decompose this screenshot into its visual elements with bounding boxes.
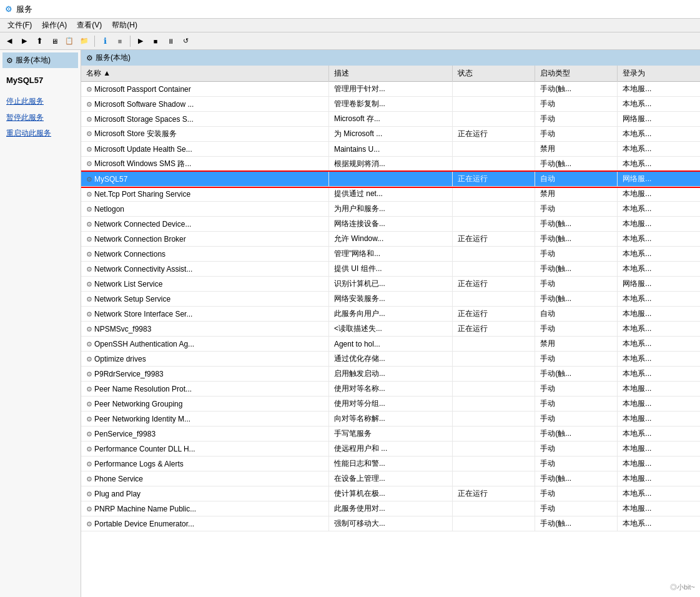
table-row[interactable]: ⚙Network Connections管理"网络和...手动本地系... (81, 247, 700, 262)
service-desc-cell: 使用对等分组... (328, 397, 452, 412)
gear-icon: ⚙ (86, 146, 92, 153)
service-name-cell: ⚙Network Connected Device... (81, 217, 328, 232)
table-row[interactable]: ⚙Netlogon为用户和服务...手动本地系... (81, 202, 700, 217)
gear-icon: ⚙ (86, 460, 92, 468)
action-restart[interactable]: 重启动此服务 (2, 126, 78, 142)
action-pause[interactable]: 暂停此服务 (2, 110, 78, 126)
toolbar-pause[interactable]: ⏸ (164, 34, 177, 48)
table-row[interactable]: ⚙Microsoft Storage Spaces S...Microsoft … (81, 112, 700, 127)
table-row[interactable]: ⚙Microsoft Update Health Se...Maintains … (81, 142, 700, 157)
toolbar-restart[interactable]: ↺ (179, 34, 192, 48)
col-status-header[interactable]: 状态 (453, 66, 535, 82)
table-row[interactable]: ⚙PenService_f9983手写笔服务手动(触...本地系... (81, 427, 700, 442)
table-row[interactable]: ⚙Microsoft Passport Container管理用于针对...手动… (81, 82, 700, 97)
col-name-header[interactable]: 名称 ▲ (81, 66, 328, 82)
table-row[interactable]: ⚙Portable Device Enumerator...强制可移动大...手… (81, 516, 700, 531)
table-row[interactable]: ⚙Performance Counter DLL H...使远程用户和 ...手… (81, 442, 700, 456)
service-status-cell: 正在运行 (453, 232, 535, 247)
table-row[interactable]: ⚙Plug and Play使计算机在极...正在运行手动本地系... (81, 486, 700, 501)
table-row[interactable]: ⚙NPSMSvc_f9983<读取描述失...正在运行手动本地系... (81, 322, 700, 337)
table-row[interactable]: ⚙MySQL57正在运行自动网络服... (81, 172, 700, 187)
service-name-cell: ⚙Phone Service (81, 471, 328, 486)
service-name-cell: ⚙Microsoft Storage Spaces S... (81, 112, 328, 127)
toolbar-btn1[interactable]: 🖥 (47, 34, 61, 48)
toolbar-forward[interactable]: ▶ (17, 34, 31, 48)
table-row[interactable]: ⚙Optimize drives通过优化存储...手动本地系... (81, 352, 700, 367)
left-gear-icon: ⚙ (6, 56, 13, 65)
service-login-cell: 网络服... (618, 112, 700, 127)
table-row[interactable]: ⚙Microsoft Software Shadow ...管理卷影复制...手… (81, 97, 700, 112)
service-name-cell: ⚙MySQL57 (81, 172, 328, 187)
gear-icon: ⚙ (86, 116, 92, 123)
toolbar-play[interactable]: ▶ (134, 34, 147, 48)
service-starttype-cell: 手动(触... (535, 217, 618, 232)
table-row[interactable]: ⚙Peer Networking Grouping使用对等分组...手动本地服.… (81, 397, 700, 412)
service-name-cell: ⚙PNRP Machine Name Public... (81, 501, 328, 516)
service-login-cell: 本地服... (618, 471, 700, 486)
menu-action[interactable]: 操作(A) (37, 19, 72, 32)
service-starttype-cell: 禁用 (535, 142, 618, 157)
toolbar-back[interactable]: ◀ (2, 34, 16, 48)
table-container[interactable]: 名称 ▲ 描述 状态 启动类型 登录为 ⚙Microsoft Passport … (81, 66, 700, 597)
table-header-row: 名称 ▲ 描述 状态 启动类型 登录为 (81, 66, 700, 82)
table-row[interactable]: ⚙Microsoft Windows SMS 路...根据规则将消...手动(触… (81, 157, 700, 172)
table-row[interactable]: ⚙P9RdrService_f9983启用触发启动...手动(触...本地系..… (81, 367, 700, 382)
menu-help[interactable]: 帮助(H) (107, 19, 142, 32)
action-stop[interactable]: 停止此服务 (2, 94, 78, 110)
col-desc-header[interactable]: 描述 (328, 66, 452, 82)
toolbar-up[interactable]: ⬆ (32, 34, 46, 48)
service-status-cell: 正在运行 (453, 322, 535, 337)
table-row[interactable]: ⚙Net.Tcp Port Sharing Service提供通过 net...… (81, 187, 700, 202)
service-name-cell: ⚙Net.Tcp Port Sharing Service (81, 187, 328, 202)
table-row[interactable]: ⚙Microsoft Store 安装服务为 Microsoft ...正在运行… (81, 127, 700, 142)
service-starttype-cell: 手动 (535, 501, 618, 516)
gear-icon: ⚙ (86, 130, 92, 137)
service-desc-cell: 强制可移动大... (328, 516, 452, 531)
toolbar-info[interactable]: ℹ (98, 34, 112, 48)
service-starttype-cell: 手动 (535, 97, 618, 112)
gear-icon: ⚙ (86, 220, 92, 228)
table-row[interactable]: ⚙Network Store Interface Ser...此服务向用户...… (81, 307, 700, 322)
service-desc-cell: 根据规则将消... (328, 157, 452, 172)
toolbar-stop[interactable]: ■ (149, 34, 162, 48)
service-starttype-cell: 手动 (535, 277, 618, 292)
table-row[interactable]: ⚙Performance Logs & Alerts性能日志和警...手动本地服… (81, 456, 700, 471)
service-desc-cell: 识别计算机已... (328, 277, 452, 292)
service-login-cell: 本地服... (618, 442, 700, 456)
table-row[interactable]: ⚙Network Connectivity Assist...提供 UI 组件.… (81, 262, 700, 277)
gear-icon: ⚙ (86, 310, 92, 318)
service-desc-cell: 网络安装服务... (328, 292, 452, 307)
table-row[interactable]: ⚙Peer Networking Identity M...向对等名称解...手… (81, 412, 700, 427)
toolbar-btn3[interactable]: 📁 (77, 34, 91, 48)
service-starttype-cell: 手动 (535, 456, 618, 471)
table-row[interactable]: ⚙Peer Name Resolution Prot...使用对等名称...手动… (81, 382, 700, 397)
table-row[interactable]: ⚙Network Setup Service网络安装服务...手动(触...本地… (81, 292, 700, 307)
service-login-cell: 本地系... (618, 322, 700, 337)
col-login-header[interactable]: 登录为 (618, 66, 700, 82)
service-login-cell: 本地系... (618, 202, 700, 217)
service-login-cell: 网络服... (618, 172, 700, 187)
service-login-cell: 本地系... (618, 232, 700, 247)
service-starttype-cell: 手动(触... (535, 427, 618, 442)
table-row[interactable]: ⚙OpenSSH Authentication Ag...Agent to ho… (81, 337, 700, 352)
service-desc-cell: 使远程用户和 ... (328, 442, 452, 456)
table-row[interactable]: ⚙PNRP Machine Name Public...此服务使用对...手动本… (81, 501, 700, 516)
gear-icon: ⚙ (86, 505, 92, 513)
menu-file[interactable]: 文件(F) (2, 19, 37, 32)
menu-view[interactable]: 查看(V) (72, 19, 107, 32)
watermark: ◎小bit~ (670, 583, 695, 592)
service-name-cell: ⚙P9RdrService_f9983 (81, 367, 328, 382)
toolbar-list[interactable]: ≡ (113, 34, 127, 48)
service-login-cell: 本地系... (618, 262, 700, 277)
toolbar-btn2[interactable]: 📋 (62, 34, 76, 48)
service-name-cell: ⚙Peer Name Resolution Prot... (81, 382, 328, 397)
table-row[interactable]: ⚙Network Connected Device...网络连接设备...手动(… (81, 217, 700, 232)
service-desc-cell: 此服务向用户... (328, 307, 452, 322)
table-row[interactable]: ⚙Network List Service识别计算机已...正在运行手动网络服.… (81, 277, 700, 292)
service-name-cell: ⚙Performance Counter DLL H... (81, 442, 328, 456)
table-row[interactable]: ⚙Network Connection Broker允许 Window...正在… (81, 232, 700, 247)
col-starttype-header[interactable]: 启动类型 (535, 66, 618, 82)
toolbar: ◀ ▶ ⬆ 🖥 📋 📁 ℹ ≡ ▶ ■ ⏸ ↺ (0, 32, 700, 50)
table-row[interactable]: ⚙Phone Service在设备上管理...手动(触...本地服... (81, 471, 700, 486)
service-desc-cell: 向对等名称解... (328, 412, 452, 427)
